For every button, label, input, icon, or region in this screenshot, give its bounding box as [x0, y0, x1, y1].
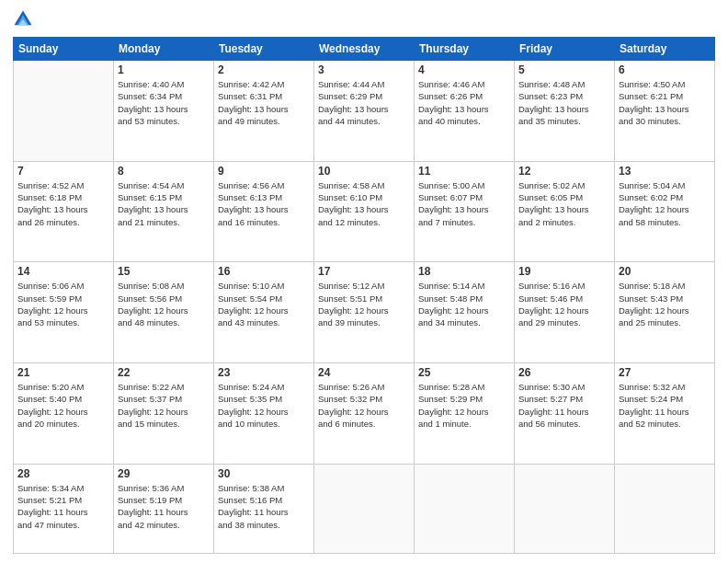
day-number: 21 [17, 366, 109, 379]
day-header-sunday: Sunday [14, 38, 114, 61]
day-info: Sunrise: 5:30 AMSunset: 5:27 PMDaylight:… [518, 381, 610, 430]
day-info: Sunrise: 5:36 AMSunset: 5:19 PMDaylight:… [118, 482, 210, 531]
day-info: Sunrise: 5:08 AMSunset: 5:56 PMDaylight:… [118, 280, 210, 328]
day-info: Sunrise: 5:04 AMSunset: 6:02 PMDaylight:… [619, 179, 711, 228]
week-row-3: 14Sunrise: 5:06 AMSunset: 5:59 PMDayligh… [14, 262, 715, 363]
day-number: 10 [318, 165, 410, 178]
day-cell: 19Sunrise: 5:16 AMSunset: 5:46 PMDayligh… [515, 262, 615, 363]
day-cell: 3Sunrise: 4:44 AMSunset: 6:29 PMDaylight… [314, 61, 415, 162]
day-number: 1 [118, 63, 210, 76]
day-info: Sunrise: 4:48 AMSunset: 6:23 PMDaylight:… [518, 78, 610, 127]
header-row: SundayMondayTuesdayWednesdayThursdayFrid… [14, 38, 715, 61]
day-number: 19 [518, 265, 610, 278]
day-info: Sunrise: 5:10 AMSunset: 5:54 PMDaylight:… [218, 280, 310, 328]
day-number: 26 [518, 366, 610, 379]
day-number: 2 [218, 63, 310, 76]
day-cell: 1Sunrise: 4:40 AMSunset: 6:34 PMDaylight… [114, 61, 214, 162]
day-cell: 13Sunrise: 5:04 AMSunset: 6:02 PMDayligh… [615, 161, 715, 262]
day-number: 29 [118, 467, 210, 480]
day-number: 13 [619, 165, 711, 178]
day-number: 14 [17, 265, 109, 278]
day-cell: 28Sunrise: 5:34 AMSunset: 5:21 PMDayligh… [14, 464, 114, 553]
day-header-thursday: Thursday [415, 38, 515, 61]
day-cell: 4Sunrise: 4:46 AMSunset: 6:26 PMDaylight… [415, 61, 515, 162]
day-cell: 11Sunrise: 5:00 AMSunset: 6:07 PMDayligh… [415, 161, 515, 262]
day-info: Sunrise: 5:26 AMSunset: 5:32 PMDaylight:… [318, 381, 410, 430]
day-number: 16 [218, 265, 310, 278]
day-cell: 23Sunrise: 5:24 AMSunset: 5:35 PMDayligh… [214, 363, 314, 465]
day-cell: 20Sunrise: 5:18 AMSunset: 5:43 PMDayligh… [615, 262, 715, 363]
day-number: 15 [118, 265, 210, 278]
day-number: 5 [518, 63, 610, 76]
day-info: Sunrise: 5:28 AMSunset: 5:29 PMDaylight:… [418, 381, 510, 430]
day-number: 6 [619, 63, 711, 76]
day-header-wednesday: Wednesday [314, 38, 415, 61]
day-cell: 22Sunrise: 5:22 AMSunset: 5:37 PMDayligh… [114, 363, 214, 465]
day-number: 12 [518, 165, 610, 178]
day-cell: 26Sunrise: 5:30 AMSunset: 5:27 PMDayligh… [515, 363, 615, 465]
day-info: Sunrise: 4:52 AMSunset: 6:18 PMDaylight:… [17, 179, 109, 228]
day-number: 30 [218, 467, 310, 480]
day-info: Sunrise: 4:58 AMSunset: 6:10 PMDaylight:… [318, 179, 410, 228]
day-cell [314, 464, 415, 553]
day-cell: 16Sunrise: 5:10 AMSunset: 5:54 PMDayligh… [214, 262, 314, 363]
day-cell: 29Sunrise: 5:36 AMSunset: 5:19 PMDayligh… [114, 464, 214, 553]
week-row-4: 21Sunrise: 5:20 AMSunset: 5:40 PMDayligh… [14, 363, 715, 465]
day-number: 7 [17, 165, 109, 178]
day-cell: 12Sunrise: 5:02 AMSunset: 6:05 PMDayligh… [515, 161, 615, 262]
day-cell: 14Sunrise: 5:06 AMSunset: 5:59 PMDayligh… [14, 262, 114, 363]
day-cell: 6Sunrise: 4:50 AMSunset: 6:21 PMDaylight… [615, 61, 715, 162]
day-number: 11 [418, 165, 510, 178]
day-info: Sunrise: 5:32 AMSunset: 5:24 PMDaylight:… [619, 381, 711, 430]
day-number: 28 [17, 467, 109, 480]
day-cell: 17Sunrise: 5:12 AMSunset: 5:51 PMDayligh… [314, 262, 415, 363]
day-header-tuesday: Tuesday [214, 38, 314, 61]
day-info: Sunrise: 5:24 AMSunset: 5:35 PMDaylight:… [218, 381, 310, 430]
day-cell: 18Sunrise: 5:14 AMSunset: 5:48 PMDayligh… [415, 262, 515, 363]
day-info: Sunrise: 4:50 AMSunset: 6:21 PMDaylight:… [619, 78, 711, 127]
day-cell [615, 464, 715, 553]
day-info: Sunrise: 5:00 AMSunset: 6:07 PMDaylight:… [418, 179, 510, 228]
day-number: 17 [318, 265, 410, 278]
day-cell: 15Sunrise: 5:08 AMSunset: 5:56 PMDayligh… [114, 262, 214, 363]
day-info: Sunrise: 4:44 AMSunset: 6:29 PMDaylight:… [318, 78, 410, 127]
day-info: Sunrise: 5:12 AMSunset: 5:51 PMDaylight:… [318, 280, 410, 328]
day-number: 22 [118, 366, 210, 379]
page: SundayMondayTuesdayWednesdayThursdayFrid… [0, 0, 728, 563]
day-cell: 9Sunrise: 4:56 AMSunset: 6:13 PMDaylight… [214, 161, 314, 262]
day-number: 9 [218, 165, 310, 178]
day-info: Sunrise: 5:18 AMSunset: 5:43 PMDaylight:… [619, 280, 711, 328]
day-info: Sunrise: 4:54 AMSunset: 6:15 PMDaylight:… [118, 179, 210, 228]
day-header-friday: Friday [515, 38, 615, 61]
day-info: Sunrise: 5:20 AMSunset: 5:40 PMDaylight:… [17, 381, 109, 430]
day-info: Sunrise: 5:16 AMSunset: 5:46 PMDaylight:… [518, 280, 610, 328]
logo-icon [13, 9, 33, 29]
day-info: Sunrise: 5:02 AMSunset: 6:05 PMDaylight:… [518, 179, 610, 228]
day-info: Sunrise: 4:46 AMSunset: 6:26 PMDaylight:… [418, 78, 510, 127]
day-header-saturday: Saturday [615, 38, 715, 61]
day-cell: 27Sunrise: 5:32 AMSunset: 5:24 PMDayligh… [615, 363, 715, 465]
logo [13, 9, 37, 29]
day-header-monday: Monday [114, 38, 214, 61]
week-row-1: 1Sunrise: 4:40 AMSunset: 6:34 PMDaylight… [14, 61, 715, 162]
day-cell: 5Sunrise: 4:48 AMSunset: 6:23 PMDaylight… [515, 61, 615, 162]
day-cell: 21Sunrise: 5:20 AMSunset: 5:40 PMDayligh… [14, 363, 114, 465]
day-number: 23 [218, 366, 310, 379]
day-cell: 30Sunrise: 5:38 AMSunset: 5:16 PMDayligh… [214, 464, 314, 553]
day-info: Sunrise: 5:34 AMSunset: 5:21 PMDaylight:… [17, 482, 109, 531]
day-number: 8 [118, 165, 210, 178]
day-info: Sunrise: 4:40 AMSunset: 6:34 PMDaylight:… [118, 78, 210, 127]
day-number: 27 [619, 366, 711, 379]
day-cell: 7Sunrise: 4:52 AMSunset: 6:18 PMDaylight… [14, 161, 114, 262]
day-number: 18 [418, 265, 510, 278]
day-cell [415, 464, 515, 553]
week-row-2: 7Sunrise: 4:52 AMSunset: 6:18 PMDaylight… [14, 161, 715, 262]
day-cell: 10Sunrise: 4:58 AMSunset: 6:10 PMDayligh… [314, 161, 415, 262]
header [13, 9, 715, 29]
week-row-5: 28Sunrise: 5:34 AMSunset: 5:21 PMDayligh… [14, 464, 715, 553]
calendar-table: SundayMondayTuesdayWednesdayThursdayFrid… [13, 37, 715, 554]
day-info: Sunrise: 5:14 AMSunset: 5:48 PMDaylight:… [418, 280, 510, 328]
day-number: 24 [318, 366, 410, 379]
day-cell [14, 61, 114, 162]
day-info: Sunrise: 4:42 AMSunset: 6:31 PMDaylight:… [218, 78, 310, 127]
